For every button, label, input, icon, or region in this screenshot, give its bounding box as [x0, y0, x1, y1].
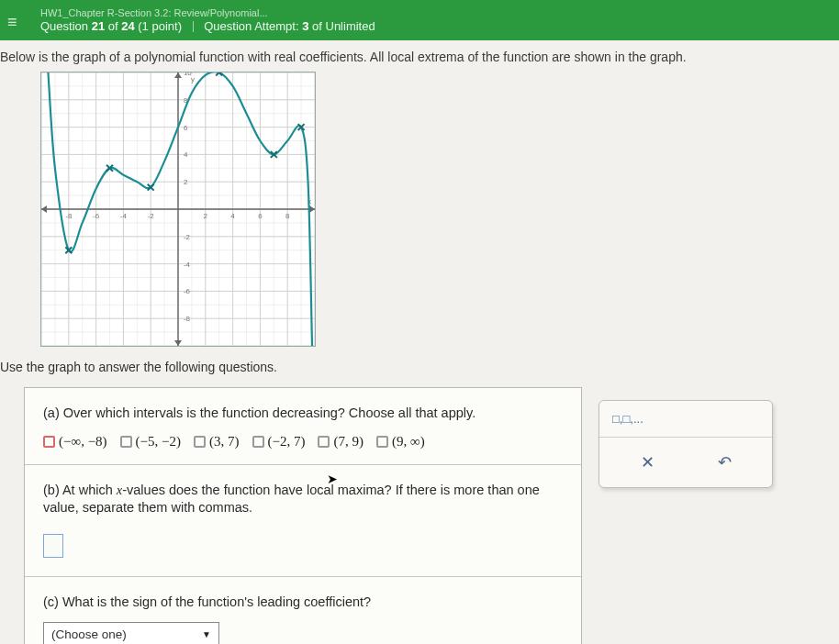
qa-prompt: (a) Over which intervals is the function…: [43, 405, 563, 423]
qb-prompt: (b) At which x-values does the function …: [43, 482, 563, 517]
choice-label: (−∞, −8): [59, 434, 107, 450]
menu-icon[interactable]: ≡: [7, 13, 17, 32]
clear-button[interactable]: ✕: [632, 447, 663, 478]
question-meta: Question 21 of 24 (1 point) Question Att…: [40, 19, 828, 33]
svg-text:6: 6: [258, 212, 263, 220]
meta-divider: [193, 21, 194, 32]
svg-text:-4: -4: [184, 261, 191, 269]
svg-marker-67: [41, 205, 47, 213]
section-a: (a) Over which intervals is the function…: [25, 388, 581, 465]
svg-text:-2: -2: [184, 233, 191, 241]
helper-panel: □,□,... ✕ ↶: [598, 400, 773, 488]
qc-prompt: (c) What is the sign of the function's l…: [43, 594, 563, 612]
svg-text:-6: -6: [184, 287, 191, 295]
checkbox-icon[interactable]: [376, 436, 388, 448]
svg-text:2: 2: [204, 212, 208, 220]
q-points: (1 point): [135, 19, 182, 33]
attempt-label: Question Attempt:: [204, 19, 302, 33]
choice-5[interactable]: (9, ∞): [376, 434, 425, 450]
choice-3[interactable]: (−2, 7): [252, 434, 306, 450]
svg-marker-66: [309, 205, 315, 213]
q-total: 24: [121, 19, 134, 33]
subtext: Use the graph to answer the following qu…: [0, 360, 839, 374]
choice-label: (−5, −2): [136, 434, 181, 450]
qc-select-label: (Choose one): [51, 627, 127, 641]
choice-label: (−2, 7): [268, 434, 306, 450]
checkbox-icon[interactable]: [252, 436, 264, 448]
polynomial-graph: -8-6-4-22468-8-6-4-2246810yx: [40, 72, 316, 347]
helper-tools: ✕ ↶: [599, 438, 772, 487]
close-icon: ✕: [641, 452, 654, 472]
chevron-down-icon: ▼: [202, 629, 211, 639]
q-number: 21: [92, 19, 105, 33]
header-bar: ≡ HW1_Chapter R-Section 3.2: Review/Poly…: [0, 0, 839, 40]
choice-label: (9, ∞): [392, 434, 425, 450]
svg-text:-8: -8: [65, 212, 73, 220]
checkbox-icon[interactable]: [318, 436, 330, 448]
svg-text:4: 4: [184, 150, 188, 159]
choice-2[interactable]: (3, 7): [194, 434, 240, 450]
svg-text:-6: -6: [93, 212, 100, 220]
undo-icon: ↶: [718, 452, 732, 472]
qa-choices: (−∞, −8)(−5, −2)(3, 7)(−2, 7)(7, 9)(9, ∞…: [43, 434, 563, 450]
qc-select[interactable]: (Choose one) ▼: [43, 622, 219, 644]
svg-marker-68: [174, 72, 182, 78]
reset-button[interactable]: ↶: [709, 447, 740, 478]
question-panel: (a) Over which intervals is the function…: [24, 387, 582, 644]
attempt-of: of Unlimited: [308, 19, 375, 33]
choice-4[interactable]: (7, 9): [318, 434, 364, 450]
section-b: (b) At which x-values does the function …: [25, 465, 581, 577]
q-label: Question: [40, 19, 92, 33]
list-hint[interactable]: □,□,...: [599, 401, 772, 438]
svg-marker-69: [174, 340, 182, 346]
intro-text: Below is the graph of a polynomial funct…: [0, 40, 839, 72]
qb-input[interactable]: [43, 534, 63, 558]
svg-text:6: 6: [184, 124, 188, 132]
svg-text:-2: -2: [148, 212, 155, 220]
svg-text:8: 8: [285, 212, 290, 220]
section-c: (c) What is the sign of the function's l…: [25, 577, 581, 644]
svg-text:4: 4: [230, 212, 235, 220]
choice-1[interactable]: (−5, −2): [120, 434, 181, 450]
checkbox-icon[interactable]: [194, 436, 206, 448]
svg-text:y: y: [191, 75, 195, 83]
choice-0[interactable]: (−∞, −8): [43, 434, 107, 450]
svg-text:-4: -4: [120, 212, 128, 220]
checkbox-icon[interactable]: [43, 436, 55, 448]
chapter-title: HW1_Chapter R-Section 3.2: Review/Polyno…: [40, 7, 828, 18]
checkbox-icon[interactable]: [120, 436, 132, 448]
chart-svg: -8-6-4-22468-8-6-4-2246810yx: [41, 72, 315, 346]
svg-text:-8: -8: [184, 315, 191, 323]
svg-text:2: 2: [184, 178, 188, 186]
choice-label: (7, 9): [333, 434, 364, 450]
choice-label: (3, 7): [209, 434, 240, 450]
